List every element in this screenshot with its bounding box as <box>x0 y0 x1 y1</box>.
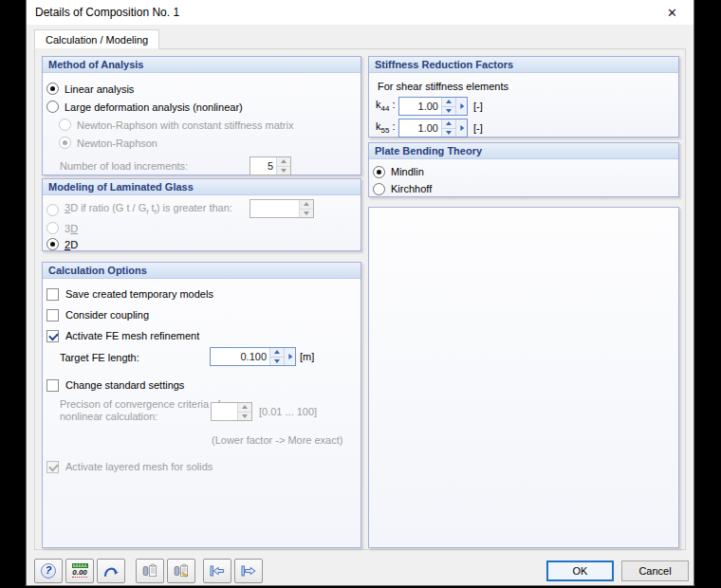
spin-up-icon <box>442 98 455 107</box>
spin-down-icon <box>270 358 284 366</box>
spinner-value: 5 <box>250 157 276 175</box>
cancel-label: Cancel <box>638 565 671 577</box>
group-calculation-options: Calculation Options Save created tempora… <box>42 262 361 548</box>
question-mark-glyph: ? <box>46 565 52 576</box>
group-title: Plate Bending Theory <box>375 145 482 156</box>
target-fe-length-row: Target FE length: 0.100 [m] <box>60 347 357 368</box>
dialog-title: Details of Composition No. 1 <box>35 6 179 19</box>
spin-down-icon <box>238 413 251 421</box>
group-modeling-laminated-glass: Modeling of Laminated Glass 3D if ratio … <box>42 178 361 251</box>
tab-page: Method of Analysis Linear analysis Large… <box>34 48 686 550</box>
k55-unit: [-] <box>473 122 483 134</box>
reset-defaults-button[interactable] <box>97 559 125 583</box>
spinner-buttons[interactable] <box>441 98 455 115</box>
spin-expand-button[interactable] <box>284 348 295 365</box>
spin-up-icon <box>270 348 284 358</box>
group-plate-bending-theory: Plate Bending Theory Mindlin Kirchhoff <box>368 142 679 197</box>
radio-2d[interactable]: 2D <box>46 236 357 252</box>
precision-row: Precison of convergence criteria ofnonli… <box>46 398 357 429</box>
checkbox-label: Activate layered mesh for solids <box>65 461 213 472</box>
spin-up-icon <box>277 157 290 167</box>
close-button[interactable]: ✕ <box>651 0 693 25</box>
radio-selected-icon <box>373 166 385 178</box>
radio-newton-raphson-disabled: Newton-Raphson <box>59 134 357 152</box>
precision-note: (Lower factor -> More exact) <box>212 434 357 446</box>
cancel-button[interactable]: Cancel <box>621 560 689 581</box>
checkbox-label: Activate FE mesh refinement <box>65 330 199 341</box>
checkbox-layered-mesh-disabled: Activate layered mesh for solids <box>46 457 357 476</box>
spinner-buttons[interactable] <box>269 348 284 365</box>
checkbox-checked-icon <box>46 330 59 342</box>
radio-label: Linear analysis <box>65 83 134 95</box>
spinner-buttons <box>299 200 313 217</box>
radio-label: Large deformation analysis (nonlinear) <box>65 101 243 113</box>
import-settings-button[interactable] <box>203 559 231 583</box>
spin-down-icon <box>300 210 313 218</box>
load-increments-label: Number of load increments: <box>60 160 188 172</box>
radio-disabled-icon <box>46 222 59 234</box>
title-bar: Details of Composition No. 1 ✕ <box>27 0 693 25</box>
radio-label: 3D if ratio (G t / Gf tf) is greater tha… <box>65 202 232 216</box>
checkbox-consider-coupling[interactable]: Consider coupling <box>46 304 357 325</box>
k44-row: k44 : 1.00 [-] <box>376 97 675 116</box>
radio-selected-icon <box>46 83 59 95</box>
group-title: Stiffness Reduction Factors <box>375 59 513 70</box>
units-decimals-button[interactable]: 0.00 <box>65 559 94 583</box>
load-increments-spinner: 5 <box>250 156 291 175</box>
tab-calculation-modeling[interactable]: Calculation / Modeling <box>34 29 159 49</box>
undo-arrow-icon <box>102 563 120 579</box>
radio-selected-icon <box>46 238 59 250</box>
copy-composition-button[interactable] <box>136 559 164 583</box>
radio-kirchhoff[interactable]: Kirchhoff <box>373 180 675 197</box>
precision-range-label: [0.01 ... 100] <box>259 406 317 417</box>
ratio-spinner <box>250 199 314 218</box>
checkbox-label: Consider coupling <box>65 309 149 321</box>
k55-spinner[interactable]: 1.00 <box>398 119 468 138</box>
footer-bar: ? 0.00 <box>34 558 689 583</box>
close-icon: ✕ <box>667 6 677 20</box>
checkbox-unchecked-icon <box>46 288 59 301</box>
subtitle-label: For shear stiffness elements <box>378 81 508 92</box>
target-fe-length-unit: [m] <box>300 351 314 362</box>
group-title: Modeling of Laminated Glass <box>48 181 194 193</box>
group-stiffness-reduction-factors: Stiffness Reduction Factors For shear st… <box>368 56 679 138</box>
spin-up-icon <box>238 403 251 413</box>
paste-clipboard-icon <box>173 563 190 579</box>
spinner-buttons[interactable] <box>441 119 455 137</box>
k44-spinner[interactable]: 1.00 <box>398 97 468 116</box>
checkbox-label: Change standard settings <box>65 379 184 391</box>
spin-up-icon <box>300 200 313 210</box>
ok-button[interactable]: OK <box>546 560 614 581</box>
spinner-value[interactable]: 0.100 <box>211 348 269 365</box>
export-settings-button[interactable] <box>234 559 263 583</box>
radio-label: 2D <box>65 239 78 250</box>
spinner-value[interactable]: 1.00 <box>399 98 441 115</box>
group-method-of-analysis: Method of Analysis Linear analysis Large… <box>42 56 361 175</box>
help-button[interactable]: ? <box>34 559 63 583</box>
paste-composition-button[interactable] <box>167 559 195 583</box>
spinner-value[interactable]: 1.00 <box>399 119 441 137</box>
radio-large-deformation[interactable]: Large deformation analysis (nonlinear) <box>46 98 357 116</box>
export-arrow-icon <box>240 563 257 579</box>
checkbox-change-standard-settings[interactable]: Change standard settings <box>46 375 357 395</box>
units-label: 0.00 <box>72 569 87 578</box>
help-icon: ? <box>41 563 56 579</box>
checkbox-save-temporary-models[interactable]: Save created temporary models <box>46 284 357 304</box>
radio-linear-analysis[interactable]: Linear analysis <box>46 80 357 98</box>
group-header: Plate Bending Theory <box>369 143 678 159</box>
target-fe-length-label: Target FE length: <box>60 352 139 363</box>
spin-expand-button[interactable] <box>455 98 467 115</box>
spin-down-icon <box>442 107 455 116</box>
radio-3d-if-ratio-disabled: 3D if ratio (G t / Gf tf) is greater tha… <box>46 199 357 220</box>
import-arrow-icon <box>209 563 226 579</box>
group-title: Calculation Options <box>48 265 147 276</box>
copy-clipboard-icon <box>141 563 158 579</box>
k55-row: k55 : 1.00 [-] <box>376 119 675 138</box>
checkbox-activate-fe-mesh-refinement[interactable]: Activate FE mesh refinement <box>46 325 357 346</box>
radio-label: Mindlin <box>391 166 424 177</box>
spin-expand-button[interactable] <box>455 119 467 137</box>
radio-label: Newton-Raphson with constant stiffness m… <box>77 119 293 131</box>
radio-mindlin[interactable]: Mindlin <box>373 163 675 180</box>
target-fe-length-spinner[interactable]: 0.100 <box>210 347 296 366</box>
precision-spinner <box>211 402 252 421</box>
